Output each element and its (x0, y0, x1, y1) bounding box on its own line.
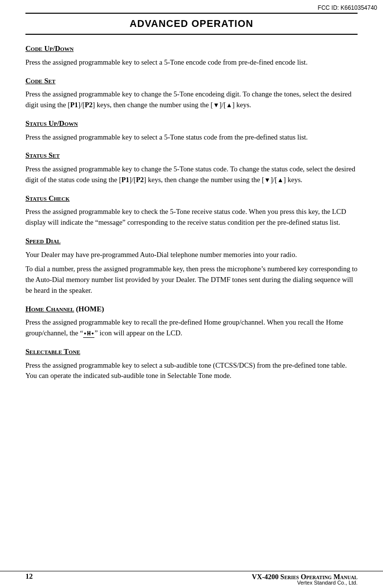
section-heading-status-check: Status Check (25, 193, 358, 204)
section-heading-speed-dial: Speed Dial (25, 236, 358, 247)
heading-speed-dial: Speed Dial (25, 237, 61, 245)
section-code-set: Code Set Press the assigned programmable… (25, 76, 358, 111)
body-speed-dial: Your Dealer may have pre-programmed Auto… (25, 250, 358, 296)
body-status-set: Press the assigned programmable key to c… (25, 164, 358, 186)
fcc-id-label: FCC ID: K6610354740 (318, 4, 377, 12)
section-heading-selectable-tone: Selectable Tone (25, 347, 358, 357)
para-status-check-1: Press the assigned programmable key to c… (25, 207, 358, 228)
heading-status-set: Status Set (25, 151, 60, 159)
section-status-up-down: Status Up/Down Press the assigned progra… (25, 118, 358, 143)
section-status-check: Status Check Press the assigned programm… (25, 193, 358, 228)
body-status-up-down: Press the assigned programmable key to s… (25, 132, 358, 143)
section-home-channel: Home Channel (HOME) Press the assigned p… (25, 304, 358, 339)
home-channel-paren: (HOME) (76, 305, 104, 313)
body-status-check: Press the assigned programmable key to c… (25, 207, 358, 228)
heading-home-channel: Home Channel (25, 305, 74, 313)
page: FCC ID: K6610354740 Advanced Operation C… (0, 0, 383, 588)
para-status-up-down-1: Press the assigned programmable key to s… (25, 132, 358, 143)
heading-status-check: Status Check (25, 194, 69, 202)
para-code-set-1: Press the assigned programmable key to c… (25, 89, 358, 111)
para-speed-dial-2: To dial a number, press the assigned pro… (25, 264, 358, 296)
footer-page-number: 12 (25, 571, 33, 582)
body-code-up-down: Press the assigned programmable key to s… (25, 57, 358, 68)
section-status-set: Status Set Press the assigned programmab… (25, 150, 358, 185)
para-code-up-down-1: Press the assigned programmable key to s… (25, 57, 358, 68)
body-home-channel: Press the assigned programmable key to r… (25, 317, 358, 339)
section-heading-code-set: Code Set (25, 76, 358, 87)
para-speed-dial-1: Your Dealer may have pre-programmed Auto… (25, 250, 358, 260)
section-heading-home-channel: Home Channel (HOME) (25, 304, 358, 315)
footer-vendor: Vertex Standard Co., Ltd. (297, 579, 358, 587)
page-title-container: Advanced Operation (25, 13, 358, 35)
heading-status-up-down: Status Up/Down (25, 119, 78, 127)
section-heading-code-up-down: Code Up/Down (25, 44, 358, 54)
heading-selectable-tone: Selectable Tone (25, 348, 80, 355)
body-code-set: Press the assigned programmable key to c… (25, 89, 358, 111)
section-heading-status-up-down: Status Up/Down (25, 118, 358, 129)
heading-code-set: Code Set (25, 77, 55, 85)
section-code-up-down: Code Up/Down Press the assigned programm… (25, 44, 358, 68)
section-selectable-tone: Selectable Tone Press the assigned progr… (25, 347, 358, 381)
body-selectable-tone: Press the assigned programmable key to s… (25, 360, 358, 382)
home-h-icon: •H• (83, 330, 94, 338)
para-selectable-tone-1: Press the assigned programmable key to s… (25, 360, 358, 382)
para-status-set-1: Press the assigned programmable key to c… (25, 164, 358, 186)
heading-code-up-down: Code Up/Down (25, 45, 73, 52)
page-title: Advanced Operation (130, 18, 253, 29)
section-speed-dial: Speed Dial Your Dealer may have pre-prog… (25, 236, 358, 296)
para-home-channel-1: Press the assigned programmable key to r… (25, 317, 358, 339)
section-heading-status-set: Status Set (25, 150, 358, 161)
